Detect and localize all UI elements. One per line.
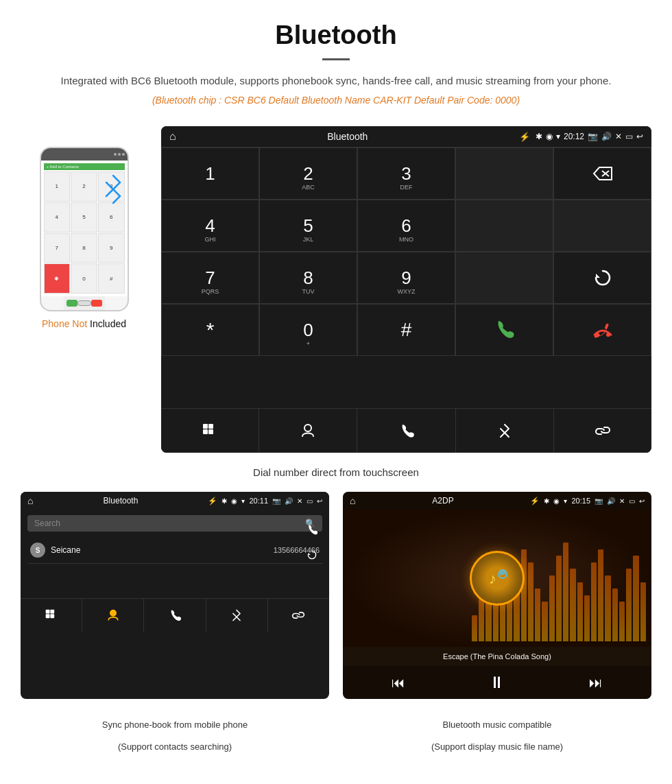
- page-header: Bluetooth Integrated with BC6 Bluetooth …: [0, 0, 672, 112]
- pb-tab-phone[interactable]: [144, 599, 206, 632]
- back-icon[interactable]: ↩: [636, 132, 643, 141]
- dialpad-tabbar: [161, 408, 651, 453]
- music-wifi-icon: ▾: [564, 497, 567, 505]
- pb-bt-icon: ✱: [221, 497, 227, 505]
- header-specs: (Bluetooth chip : CSR BC6 Default Blueto…: [41, 95, 631, 106]
- music-background: ♪: [343, 510, 651, 647]
- dialpad-title: Bluetooth: [182, 131, 514, 142]
- dial-spacer-3: [455, 252, 553, 304]
- viz-bar: [640, 582, 646, 641]
- svg-rect-15: [45, 610, 49, 614]
- pb-back-icon[interactable]: ↩: [317, 497, 322, 505]
- dialpad-tab-grid[interactable]: [161, 409, 259, 453]
- dial-key-2[interactable]: 2ABC: [259, 147, 357, 200]
- svg-rect-16: [50, 610, 54, 614]
- phone-sidebar: + Add to Contacts 123 456 789 ✱ 0 # Phon…: [21, 126, 147, 329]
- phone-illustration: + Add to Contacts 123 456 789 ✱ 0 #: [40, 147, 129, 311]
- status-icons: ✱ ◉ ▾ 20:12 📷 🔊 ✕ ▭ ↩: [536, 132, 643, 141]
- hangup-button[interactable]: [553, 304, 651, 356]
- dial-key-4[interactable]: 4GHI: [161, 200, 259, 252]
- music-win-icon: ▭: [629, 497, 635, 505]
- camera-icon: 📷: [588, 132, 598, 141]
- viz-bar: [570, 569, 575, 641]
- dialpad-tab-link[interactable]: [554, 409, 651, 453]
- pb-contact-list: S Seicane 13566664466: [21, 537, 329, 564]
- viz-bar: [549, 575, 555, 641]
- svg-marker-5: [596, 274, 600, 278]
- phone-top-bar: [41, 148, 128, 161]
- wifi-icon: ▾: [556, 132, 560, 141]
- pb-usb-icon: ⚡: [208, 497, 217, 506]
- dial-key-8[interactable]: 8TUV: [259, 252, 357, 304]
- dial-key-7[interactable]: 7PQRS: [161, 252, 259, 304]
- lower-captions: Sync phone-book from mobile phone (Suppo…: [0, 713, 672, 770]
- phonebook-statusbar: ⌂ Bluetooth ⚡ ✱ ◉ ▾ 20:11 📷 🔊 ✕ ▭ ↩: [21, 492, 329, 510]
- viz-bar: [542, 602, 547, 641]
- music-statusbar: ⌂ A2DP ⚡ ✱ ◉ ▾ 20:15 📷 🔊 ✕ ▭ ↩: [343, 492, 651, 510]
- contact-name: Seicane: [51, 545, 268, 555]
- pb-tab-contacts[interactable]: [82, 599, 144, 632]
- pb-close-icon: ✕: [297, 497, 302, 505]
- viz-bar: [633, 556, 638, 641]
- dialpad-tab-contacts[interactable]: [259, 409, 357, 453]
- dial-key-3[interactable]: 3DEF: [357, 147, 455, 200]
- phonebook-panel: ⌂ Bluetooth ⚡ ✱ ◉ ▾ 20:11 📷 🔊 ✕ ▭ ↩ Sear…: [21, 492, 329, 699]
- dial-display-area: [455, 147, 553, 200]
- svg-text:♪: ♪: [489, 570, 496, 587]
- reload-button[interactable]: [553, 252, 651, 304]
- play-pause-button[interactable]: ⏸: [489, 673, 505, 692]
- prev-button[interactable]: ⏮: [392, 675, 405, 691]
- pb-tab-bluetooth[interactable]: [206, 599, 268, 632]
- svg-line-1: [106, 189, 113, 196]
- pb-tab-link[interactable]: [268, 599, 329, 632]
- album-art: ♪: [470, 551, 525, 606]
- dial-key-0[interactable]: 0+: [259, 304, 357, 356]
- dial-key-star[interactable]: *: [161, 304, 259, 356]
- dial-key-hash[interactable]: #: [357, 304, 455, 356]
- pb-search-box[interactable]: Search 🔍: [27, 515, 322, 532]
- dialpad-grid: 1 2ABC 3DEF 4GHI 5JKL 6MNO 7PQRS 8TUV 9W…: [161, 147, 651, 408]
- dial-key-5[interactable]: 5JKL: [259, 200, 357, 252]
- bluetooth-status-icon: ✱: [536, 132, 542, 141]
- music-back-icon[interactable]: ↩: [639, 497, 645, 505]
- viz-bar: [577, 582, 583, 641]
- dial-spacer-2: [553, 200, 651, 252]
- phonebook-caption-line1: Sync phone-book from mobile phone: [21, 713, 329, 735]
- music-caption-line2: (Support display music file name): [343, 735, 651, 757]
- backspace-button[interactable]: [553, 147, 651, 200]
- pb-contact-row[interactable]: S Seicane 13566664466: [27, 537, 322, 564]
- pb-home-icon[interactable]: ⌂: [27, 495, 33, 506]
- main-section: + Add to Contacts 123 456 789 ✱ 0 # Phon…: [0, 112, 672, 460]
- dialpad-tab-phone[interactable]: [357, 409, 455, 453]
- pb-call-side-icon[interactable]: [306, 523, 318, 536]
- svg-line-20: [233, 617, 237, 621]
- home-icon[interactable]: ⌂: [169, 130, 176, 143]
- svg-rect-10: [203, 429, 208, 434]
- music-caption: Bluetooth music compatible (Support disp…: [343, 713, 651, 756]
- music-panel: ⌂ A2DP ⚡ ✱ ◉ ▾ 20:15 📷 🔊 ✕ ▭ ↩ ♪ Escape …: [343, 492, 651, 699]
- bluetooth-waves-icon: [103, 172, 123, 206]
- header-description: Integrated with BC6 Bluetooth module, su…: [41, 73, 631, 89]
- dial-key-1[interactable]: 1: [161, 147, 259, 200]
- dialpad-tab-bluetooth[interactable]: [456, 409, 554, 453]
- dial-key-6[interactable]: 6MNO: [357, 200, 455, 252]
- phonebook-caption-line2: (Support contacts searching): [21, 735, 329, 757]
- next-button[interactable]: ⏭: [589, 675, 603, 691]
- clock: 20:12: [564, 132, 584, 141]
- viz-bar: [626, 569, 632, 641]
- music-caption-line1: Bluetooth music compatible: [343, 713, 651, 735]
- music-song-title: Escape (The Pina Colada Song): [343, 647, 651, 666]
- viz-bar: [563, 543, 568, 641]
- music-home-icon[interactable]: ⌂: [350, 495, 355, 506]
- svg-line-13: [501, 433, 505, 437]
- music-close-icon: ✕: [619, 497, 625, 505]
- pb-reload-side-icon[interactable]: [306, 548, 318, 561]
- viz-bar: [556, 556, 562, 641]
- svg-marker-2: [594, 167, 612, 180]
- call-button[interactable]: [455, 304, 553, 356]
- svg-point-19: [110, 610, 116, 616]
- usb-icon: ⚡: [519, 132, 530, 142]
- pb-loc-icon: ◉: [231, 497, 237, 505]
- dial-key-9[interactable]: 9WXYZ: [357, 252, 455, 304]
- pb-tab-grid[interactable]: [21, 599, 82, 632]
